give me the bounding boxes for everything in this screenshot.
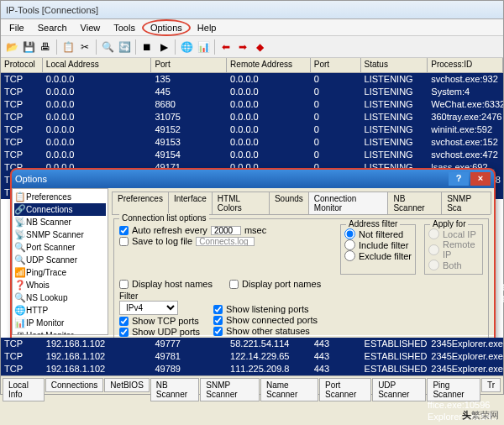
- connection-list-lower[interactable]: TCP192.168.1.1024977758.221.54.114443EST…: [1, 338, 503, 375]
- col-rport[interactable]: Port: [311, 58, 361, 72]
- options-tab[interactable]: HTML Colors: [212, 192, 270, 214]
- dialog-close-icon[interactable]: ×: [470, 172, 491, 186]
- options-tab[interactable]: NB Scanner: [387, 192, 442, 214]
- refresh-interval-input[interactable]: [211, 226, 241, 235]
- menu-tools[interactable]: Tools: [107, 21, 142, 34]
- tool-diamond-icon[interactable]: ◆: [252, 39, 267, 55]
- tool-stop-icon[interactable]: ⏹: [139, 39, 155, 55]
- show-tcp-checkbox[interactable]: [119, 317, 129, 326]
- table-row[interactable]: TCP0.0.0.0491530.0.0.00LISTENINGsvchost.…: [1, 136, 503, 149]
- table-row[interactable]: TCP192.168.1.10249789111.225.209.8443EST…: [1, 363, 503, 375]
- group-legend: Connection list options: [119, 213, 209, 223]
- filter-select[interactable]: IPv4: [119, 301, 178, 315]
- both-ip-radio: [428, 260, 439, 270]
- bottom-tab[interactable]: UDP Scanner: [372, 378, 426, 401]
- tool-left-icon[interactable]: ⬅: [218, 39, 234, 55]
- dialog-title: Options: [15, 174, 47, 184]
- tool-play-icon[interactable]: ▶: [156, 39, 171, 55]
- column-headers: Protocol Local Address Port Remote Addre…: [1, 58, 503, 73]
- save-log-checkbox[interactable]: [119, 237, 129, 246]
- show-udp-checkbox[interactable]: [119, 328, 129, 337]
- table-row[interactable]: TCP0.0.0.086800.0.0.00LISTENINGWeChat.ex…: [1, 98, 503, 111]
- col-process[interactable]: Process:ID: [428, 58, 503, 72]
- bottom-tab[interactable]: Local Info: [3, 378, 45, 401]
- show-connected-checkbox[interactable]: [213, 316, 223, 325]
- table-row[interactable]: TCP192.168.1.10249781122.14.229.65443EST…: [1, 350, 503, 363]
- tool-chart-icon[interactable]: 📊: [196, 39, 211, 55]
- col-lport[interactable]: Port: [151, 58, 227, 72]
- show-other-checkbox[interactable]: [213, 327, 223, 336]
- bottom-tab[interactable]: SNMP Scanner: [200, 378, 260, 401]
- menu-file[interactable]: File: [3, 21, 31, 34]
- display-host-checkbox[interactable]: [119, 280, 129, 289]
- bottom-tab[interactable]: Tr: [481, 378, 501, 392]
- tree-item[interactable]: 🖥Host Monitor: [14, 329, 106, 335]
- tool-refresh-icon[interactable]: 🔄: [117, 39, 132, 55]
- menu-options[interactable]: Options: [142, 19, 191, 36]
- watermark: 头繁荣网: [462, 409, 499, 422]
- options-tab[interactable]: Interface: [168, 192, 213, 214]
- tree-item[interactable]: 🌐HTTP: [14, 304, 106, 317]
- bottom-tab[interactable]: Name Scanner: [260, 378, 318, 401]
- tree-item[interactable]: 🔍UDP Scanner: [14, 254, 106, 266]
- tool-save-icon[interactable]: 💾: [21, 39, 36, 55]
- remote-ip-radio: [428, 244, 439, 255]
- options-dialog: Options ? × 📋Preferences🔗Connections📡NB …: [11, 169, 495, 366]
- tree-item[interactable]: 📊IP Monitor: [14, 317, 106, 329]
- tool-net-icon[interactable]: 🌐: [179, 39, 194, 55]
- tool-right-icon[interactable]: ➡: [235, 39, 250, 55]
- options-tabs: PreferencesInterfaceHTML ColorsSoundsCon…: [112, 192, 491, 215]
- bottom-tabs: Local InfoConnectionsNetBIOSNB ScannerSN…: [1, 375, 503, 394]
- auto-refresh-checkbox[interactable]: [119, 226, 129, 235]
- bottom-tab[interactable]: Connections: [45, 378, 104, 392]
- options-tab[interactable]: Connection Monitor: [308, 192, 389, 214]
- not-filtered-radio[interactable]: [344, 228, 355, 239]
- table-row[interactable]: TCP0.0.0.0491520.0.0.00LISTENINGwininit.…: [1, 123, 503, 136]
- tree-item[interactable]: 📡SNMP Scanner: [14, 228, 106, 241]
- menu-search[interactable]: Search: [31, 21, 74, 34]
- bottom-tab[interactable]: Port Scanner: [319, 378, 371, 401]
- app-title: IP-Tools [Connections]: [6, 5, 98, 15]
- include-filter-radio[interactable]: [344, 239, 355, 250]
- tool-find-icon[interactable]: 🔍: [100, 39, 115, 55]
- tree-item[interactable]: 📡NB Scanner: [14, 216, 106, 228]
- col-protocol[interactable]: Protocol: [1, 58, 43, 72]
- toolbar: 📂 💾 🖶 📋 ✂ 🔍 🔄 ⏹ ▶ 🌐 📊 ⬅ ➡ ◆: [1, 36, 503, 58]
- table-row[interactable]: TCP192.168.1.1024977758.221.54.114443EST…: [1, 338, 503, 350]
- table-row[interactable]: TCP0.0.0.04450.0.0.00LISTENINGSystem:4: [1, 86, 503, 98]
- dialog-titlebar: Options ? ×: [12, 170, 494, 188]
- table-row[interactable]: TCP0.0.0.01350.0.0.00LISTENINGsvchost.ex…: [1, 73, 503, 86]
- bottom-tab[interactable]: NetBIOS: [104, 378, 149, 392]
- tree-item[interactable]: ❓Whois: [14, 279, 106, 291]
- dialog-help-icon[interactable]: ?: [449, 172, 469, 186]
- tool-cut-icon[interactable]: ✂: [77, 39, 92, 55]
- bottom-tab[interactable]: Ping Scanner: [427, 378, 480, 401]
- options-tab[interactable]: Sounds: [269, 192, 309, 214]
- options-tab[interactable]: Preferences: [112, 192, 169, 214]
- show-listening-checkbox[interactable]: [213, 305, 223, 314]
- tree-item[interactable]: 📋Preferences: [14, 191, 106, 203]
- col-status[interactable]: Status: [361, 58, 428, 72]
- exclude-filter-radio[interactable]: [344, 250, 355, 261]
- tool-print-icon[interactable]: 🖶: [38, 39, 53, 55]
- col-remote[interactable]: Remote Address: [227, 58, 311, 72]
- tool-copy-icon[interactable]: 📋: [60, 39, 76, 55]
- table-row[interactable]: TCP0.0.0.0491540.0.0.00LISTENINGsvchost.…: [1, 149, 503, 161]
- bottom-tab[interactable]: NB Scanner: [150, 378, 199, 401]
- col-local[interactable]: Local Address: [43, 58, 152, 72]
- log-file-input[interactable]: [196, 237, 255, 246]
- menu-view[interactable]: View: [74, 21, 108, 34]
- options-tree[interactable]: 📋Preferences🔗Connections📡NB Scanner📡SNMP…: [12, 188, 108, 335]
- local-ip-radio: [428, 228, 439, 239]
- main-window: IP-Tools [Connections] File Search View …: [0, 0, 504, 395]
- tree-item[interactable]: 📶Ping/Trace: [14, 266, 106, 279]
- table-row[interactable]: TCP0.0.0.0310750.0.0.00LISTENING360tray.…: [1, 111, 503, 123]
- tree-item[interactable]: 🔗Connections: [14, 203, 106, 216]
- tree-item[interactable]: 🔍NS Lookup: [14, 291, 106, 304]
- tool-open-icon[interactable]: 📂: [4, 39, 19, 55]
- menubar: File Search View Tools Options Help: [1, 19, 503, 36]
- options-tab[interactable]: SNMP Sca: [441, 192, 491, 214]
- tree-item[interactable]: 🔍Port Scanner: [14, 241, 106, 254]
- menu-help[interactable]: Help: [191, 21, 223, 34]
- display-port-checkbox[interactable]: [229, 280, 239, 289]
